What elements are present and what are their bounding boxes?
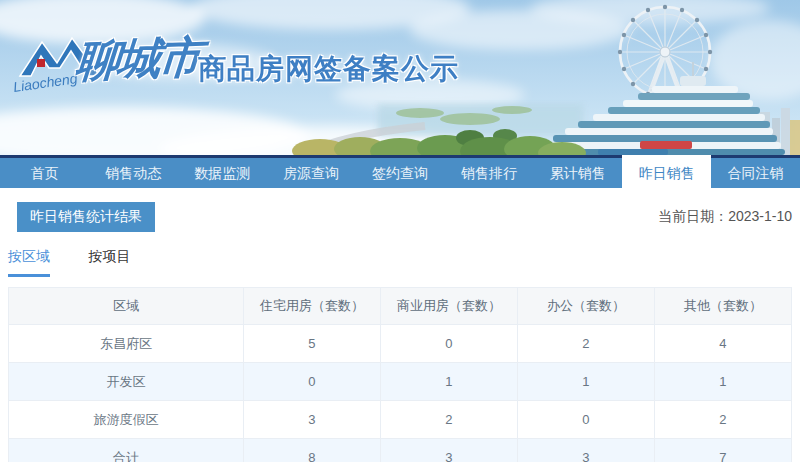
tab-by-project[interactable]: 按项目 — [88, 248, 130, 274]
table-row-tourism-zone: 旅游度假区 3 2 0 2 — [9, 401, 792, 439]
commercial-cell: 3 — [380, 439, 517, 462]
nav-item-yesterday-sales[interactable]: 昨日销售 — [622, 155, 711, 188]
office-cell: 0 — [517, 401, 654, 439]
column-header-commercial: 商业用房（套数） — [380, 288, 517, 325]
nav-item-contract-cancellation[interactable]: 合同注销 — [711, 158, 800, 188]
residential-cell: 0 — [243, 363, 380, 401]
column-header-region: 区域 — [9, 288, 244, 325]
other-cell: 4 — [654, 325, 791, 363]
table-header-row: 区域 住宅用房（套数） 商业用房（套数） 办公（套数） 其他（套数） — [9, 288, 792, 325]
column-header-office: 办公（套数） — [517, 288, 654, 325]
region-cell: 旅游度假区 — [9, 401, 244, 439]
view-tabs: 按区域 按项目 — [8, 247, 792, 277]
region-cell: 合计 — [9, 439, 244, 462]
table-row-kaifaqu: 开发区 0 1 1 1 — [9, 363, 792, 401]
table-row-total: 合计 8 3 3 7 — [9, 439, 792, 462]
commercial-cell: 2 — [380, 401, 517, 439]
main-nav: 首页 销售动态 数据监测 房源查询 签约查询 销售排行 累计销售 昨日销售 合同… — [0, 155, 800, 188]
office-cell: 2 — [517, 325, 654, 363]
nav-item-sales-dynamics[interactable]: 销售动态 — [89, 158, 178, 188]
commercial-cell: 1 — [380, 363, 517, 401]
current-date-label: 当前日期：2023-1-10 — [658, 208, 792, 226]
region-cell: 东昌府区 — [9, 325, 244, 363]
commercial-cell: 0 — [380, 325, 517, 363]
sales-table: 区域 住宅用房（套数） 商业用房（套数） 办公（套数） 其他（套数） 东昌府区 … — [8, 287, 792, 462]
table-row-dongchangfu: 东昌府区 5 0 2 4 — [9, 325, 792, 363]
nav-item-sales-ranking[interactable]: 销售排行 — [444, 158, 533, 188]
nav-item-home[interactable]: 首页 — [0, 158, 89, 188]
header-banner: Liaocheng 聊城市 商品房网签备案公示 — [0, 0, 800, 155]
other-cell: 1 — [654, 363, 791, 401]
office-cell: 1 — [517, 363, 654, 401]
residential-cell: 3 — [243, 401, 380, 439]
other-cell: 2 — [654, 401, 791, 439]
title-row: 昨日销售统计结果 当前日期：2023-1-10 — [8, 202, 792, 232]
nav-item-cumulative-sales[interactable]: 累计销售 — [533, 158, 622, 188]
column-header-residential: 住宅用房（套数） — [243, 288, 380, 325]
city-name-calligraphy: 聊城市 — [74, 28, 202, 91]
residential-cell: 5 — [243, 325, 380, 363]
nav-item-contract-search[interactable]: 签约查询 — [356, 158, 445, 188]
section-title-badge: 昨日销售统计结果 — [17, 202, 155, 232]
other-cell: 7 — [654, 439, 791, 462]
region-cell: 开发区 — [9, 363, 244, 401]
banner-title: 商品房网签备案公示 — [198, 50, 459, 88]
main-content: 昨日销售统计结果 当前日期：2023-1-10 按区域 按项目 区域 住宅用房（… — [0, 202, 800, 462]
column-header-other: 其他（套数） — [654, 288, 791, 325]
office-cell: 3 — [517, 439, 654, 462]
residential-cell: 8 — [243, 439, 380, 462]
tab-by-region[interactable]: 按区域 — [8, 248, 50, 277]
nav-item-data-monitoring[interactable]: 数据监测 — [178, 158, 267, 188]
nav-item-listing-search[interactable]: 房源查询 — [267, 158, 356, 188]
